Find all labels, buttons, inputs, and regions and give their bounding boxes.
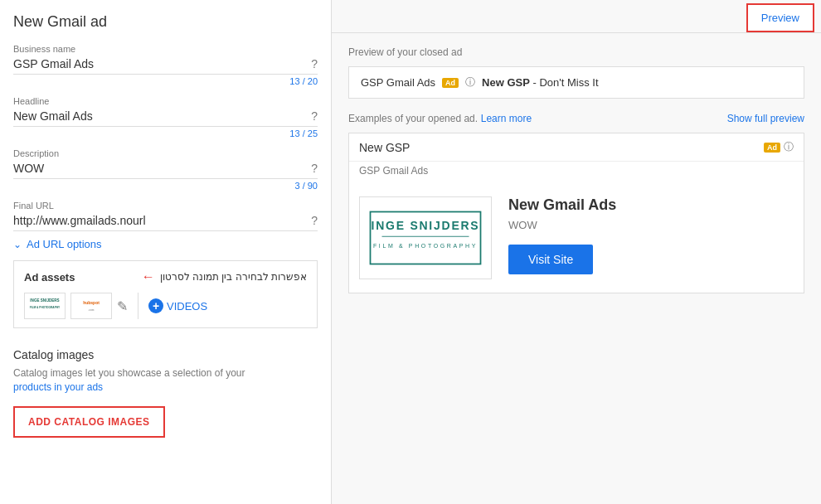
closed-ad-label: Preview of your closed ad — [348, 46, 804, 58]
arrow-left-icon: ← — [142, 269, 155, 284]
opened-ad-badge: Ad — [764, 143, 780, 153]
final-url-field: http://www.gmailads.nourl ? — [13, 214, 318, 231]
plus-circle-icon: + — [148, 298, 163, 313]
final-url-help-icon[interactable]: ? — [311, 214, 318, 227]
edit-icon[interactable]: ✎ — [117, 298, 128, 314]
ad-main-headline: New Gmail Ads — [508, 196, 794, 214]
headline-char-count: 13 / 25 — [13, 128, 318, 138]
svg-text:INGE SNIJDERS: INGE SNIJDERS — [30, 298, 59, 303]
catalog-images-title: Catalog images — [13, 348, 318, 361]
description-help-icon[interactable]: ? — [311, 162, 318, 175]
add-videos-label: VIDEOS — [167, 300, 207, 313]
headline-field: New Gmail Ads ? — [13, 109, 318, 127]
opened-ad-label: Examples of your opened ad. — [348, 113, 478, 124]
preview-tab-bar: Preview — [332, 0, 821, 33]
show-full-preview-link[interactable]: Show full preview — [727, 113, 804, 124]
thumb-inge: INGE SNIJDERS FILM & PHOTOGRAPHY — [24, 293, 66, 319]
description-char-count: 3 / 90 — [13, 181, 318, 191]
catalog-images-desc: Catalog images let you showcase a select… — [13, 366, 318, 395]
opened-ad-header: Examples of your opened ad. Learn more S… — [348, 112, 804, 124]
svg-text:FILM & PHOTOGRAPHY: FILM & PHOTOGRAPHY — [30, 306, 61, 309]
ad-assets-label: Ad assets — [24, 271, 75, 284]
catalog-desc-line2: products in your ads — [13, 381, 103, 393]
svg-rect-3 — [71, 293, 111, 318]
catalog-desc-link[interactable]: products in your ads — [13, 381, 103, 393]
headline-help-icon[interactable]: ? — [311, 109, 318, 123]
svg-text:.com: .com — [88, 308, 94, 312]
opened-ad-body: INGE SNIJDERS FILM & PHOTOGRAPHY New Gma… — [349, 183, 804, 293]
catalog-desc-line1: Catalog images let you showcase a select… — [13, 367, 245, 379]
learn-more-link[interactable]: Learn more — [481, 113, 532, 124]
final-url-value: http://www.gmailads.nourl — [13, 214, 304, 227]
add-videos-button[interactable]: + VIDEOS — [148, 298, 207, 313]
page-title: New Gmail ad — [13, 13, 318, 31]
opened-ad-card: New GSP Ad ⓘ GSP Gmail Ads INGE SNIJDERS… — [348, 133, 804, 293]
opened-ad-sender: GSP Gmail Ads — [349, 162, 804, 183]
headline-label: Headline — [13, 96, 318, 106]
ad-assets-header: Ad assets אפשרות לבחירה בין תמונה לסרטון… — [24, 269, 307, 284]
left-panel: New Gmail ad Business name GSP Gmail Ads… — [0, 0, 332, 504]
opened-ad-info-icon: ⓘ — [784, 140, 794, 154]
ad-assets-section: Ad assets אפשרות לבחירה בין תמונה לסרטון… — [13, 260, 318, 328]
ad-assets-rtl-hint: אפשרות לבחירה בין תמונה לסרטון ← — [142, 269, 307, 284]
closed-ad-headline-bold: New GSP — [482, 76, 530, 89]
ad-url-options-label: Ad URL options — [27, 238, 102, 250]
opened-ad-top-bar: New GSP Ad ⓘ — [349, 133, 804, 162]
visit-site-button[interactable]: Visit Site — [508, 245, 593, 274]
chevron-down-icon: ⌄ — [13, 239, 22, 250]
opened-ad-top-right: Ad ⓘ — [764, 140, 794, 154]
preview-tab[interactable]: Preview — [746, 3, 814, 32]
svg-text:INGE SNIJDERS: INGE SNIJDERS — [372, 219, 480, 232]
add-catalog-images-button[interactable]: ADD CATALOG IMAGES — [13, 406, 165, 438]
description-field: WOW ? — [13, 162, 318, 179]
ad-text-area: New Gmail Ads WOW Visit Site — [508, 196, 794, 274]
final-url-label: Final URL — [13, 201, 318, 211]
svg-text:hubspot: hubspot — [83, 300, 100, 305]
ad-url-options[interactable]: ⌄ Ad URL options — [13, 238, 318, 250]
ad-assets-rtl-text: אפשרות לבחירה בין תמונה לסרטון — [160, 271, 307, 283]
business-name-value: GSP Gmail Ads — [13, 57, 304, 70]
opened-ad-header-left: Examples of your opened ad. Learn more — [348, 112, 532, 124]
ad-image-area: INGE SNIJDERS FILM & PHOTOGRAPHY — [359, 196, 492, 279]
preview-content: Preview of your closed ad GSP Gmail Ads … — [332, 33, 821, 307]
ad-description-preview: WOW — [508, 219, 794, 231]
thumb-hubspot: hubspot .com — [70, 293, 112, 319]
description-label: Description — [13, 148, 318, 158]
closed-ad-headline: New GSP - Don't Miss It — [482, 76, 598, 89]
info-icon: ⓘ — [465, 75, 475, 90]
business-name-help-icon[interactable]: ? — [311, 57, 318, 70]
closed-ad-preview: GSP Gmail Ads Ad ⓘ New GSP - Don't Miss … — [348, 66, 804, 99]
business-name-label: Business name — [13, 44, 318, 54]
ad-badge: Ad — [442, 78, 459, 88]
headline-value: New Gmail Ads — [13, 109, 304, 123]
opened-ad-top-title: New GSP — [359, 141, 410, 154]
inge-logo-svg: INGE SNIJDERS FILM & PHOTOGRAPHY — [367, 209, 483, 267]
closed-ad-tagline: Don't Miss It — [539, 76, 598, 89]
svg-text:FILM & PHOTOGRAPHY: FILM & PHOTOGRAPHY — [373, 243, 478, 249]
right-panel: Preview Preview of your closed ad GSP Gm… — [332, 0, 821, 504]
svg-rect-6 — [367, 209, 483, 267]
description-value: WOW — [13, 162, 304, 175]
business-name-char-count: 13 / 20 — [13, 76, 318, 86]
closed-ad-business: GSP Gmail Ads — [361, 76, 435, 89]
image-thumbs-row: INGE SNIJDERS FILM & PHOTOGRAPHY hubspot… — [24, 293, 307, 319]
business-name-field: GSP Gmail Ads ? — [13, 57, 318, 75]
catalog-images-section: Catalog images Catalog images let you sh… — [13, 338, 318, 444]
